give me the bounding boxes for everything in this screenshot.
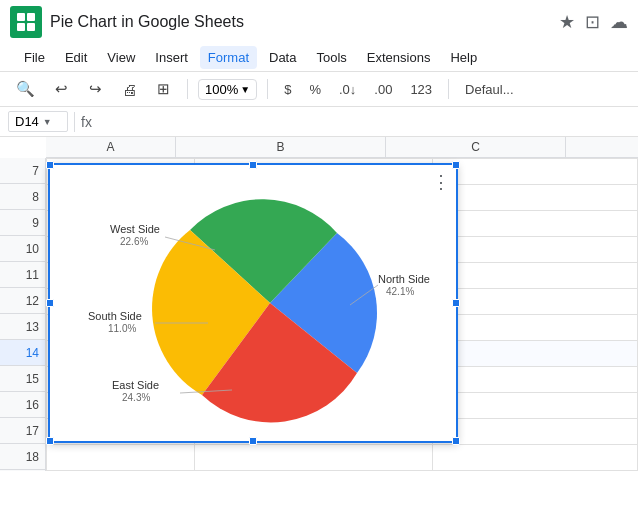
south-label: South Side — [88, 310, 142, 322]
menu-file[interactable]: File — [16, 46, 53, 69]
row-11[interactable]: 11 — [0, 262, 45, 288]
south-pct: 11.0% — [108, 323, 136, 334]
row-18[interactable]: 18 — [0, 444, 45, 470]
toolbar: 🔍 ↩ ↪ 🖨 ⊞ 100% ▼ $ % .0↓ .00 123 Defaul.… — [0, 71, 638, 107]
cell-c13[interactable] — [433, 315, 638, 341]
row-16[interactable]: 16 — [0, 392, 45, 418]
menu-bar: File Edit View Insert Format Data Tools … — [0, 44, 638, 71]
cell-c16[interactable] — [433, 393, 638, 419]
column-headers: A B C — [46, 137, 638, 158]
zoom-level: 100% — [205, 82, 238, 97]
cell-a18[interactable] — [47, 445, 195, 471]
table-row — [47, 445, 638, 471]
row-17[interactable]: 17 — [0, 418, 45, 444]
row-13[interactable]: 13 — [0, 314, 45, 340]
cell-c12[interactable] — [433, 289, 638, 315]
cell-c10[interactable] — [433, 237, 638, 263]
print-btn[interactable]: 🖨 — [115, 77, 143, 102]
app-icon — [10, 6, 42, 38]
row-headers: 7 8 9 10 11 12 13 14 15 16 17 18 — [0, 158, 46, 471]
resize-handle-bl[interactable] — [46, 437, 54, 445]
toolbar-separator-2 — [267, 79, 268, 99]
menu-insert[interactable]: Insert — [147, 46, 196, 69]
menu-format[interactable]: Format — [200, 46, 257, 69]
cell-c17[interactable] — [433, 419, 638, 445]
paint-format-btn[interactable]: ⊞ — [149, 76, 177, 102]
row-15[interactable]: 15 — [0, 366, 45, 392]
redo-btn[interactable]: ↪ — [81, 76, 109, 102]
menu-help[interactable]: Help — [442, 46, 485, 69]
zoom-dropdown-icon[interactable]: ▼ — [240, 84, 250, 95]
resize-handle-tl[interactable] — [46, 161, 54, 169]
title-action-icons[interactable]: ★ ⊡ ☁ — [559, 11, 628, 33]
document-title: Pie Chart in Google Sheets — [50, 13, 551, 31]
cell-c14[interactable] — [433, 341, 638, 367]
cell-c11[interactable] — [433, 263, 638, 289]
folder-icon[interactable]: ⊡ — [585, 11, 600, 33]
cell-ref-dropdown[interactable]: ▼ — [43, 117, 52, 127]
resize-handle-bc[interactable] — [249, 437, 257, 445]
title-bar: Pie Chart in Google Sheets ★ ⊡ ☁ — [0, 0, 638, 44]
undo-btn[interactable]: ↩ — [47, 76, 75, 102]
north-label: North Side — [378, 273, 430, 285]
resize-handle-br[interactable] — [452, 437, 460, 445]
row-8[interactable]: 8 — [0, 184, 45, 210]
cloud-icon[interactable]: ☁ — [610, 11, 628, 33]
row-12[interactable]: 12 — [0, 288, 45, 314]
cell-ref-value: D14 — [15, 114, 39, 129]
resize-handle-tc[interactable] — [249, 161, 257, 169]
west-pct: 22.6% — [120, 236, 148, 247]
cell-c8[interactable] — [433, 185, 638, 211]
menu-tools[interactable]: Tools — [308, 46, 354, 69]
col-header-c[interactable]: C — [386, 137, 566, 157]
number-format-btn[interactable]: 123 — [404, 79, 438, 100]
sheet-content: 7 8 9 10 11 12 13 14 15 16 17 18 — [0, 158, 638, 471]
resize-handle-mr[interactable] — [452, 299, 460, 307]
west-label: West Side — [110, 223, 160, 235]
col-header-b[interactable]: B — [176, 137, 386, 157]
menu-edit[interactable]: Edit — [57, 46, 95, 69]
fx-label: fx — [81, 114, 92, 130]
toolbar-separator-1 — [187, 79, 188, 99]
col-header-a[interactable]: A — [46, 137, 176, 157]
cells-area: ⋮ West Side — [46, 158, 638, 471]
cell-c7[interactable] — [433, 159, 638, 185]
currency-btn[interactable]: $ — [278, 79, 297, 100]
search-btn[interactable]: 🔍 — [10, 76, 41, 102]
font-family-btn[interactable]: Defaul... — [459, 79, 519, 100]
row-14[interactable]: 14 — [0, 340, 45, 366]
formula-bar: D14 ▼ fx — [0, 107, 638, 137]
cell-reference[interactable]: D14 ▼ — [8, 111, 68, 132]
cell-c18[interactable] — [433, 445, 638, 471]
resize-handle-ml[interactable] — [46, 299, 54, 307]
resize-handle-tr[interactable] — [452, 161, 460, 169]
chart-menu-button[interactable]: ⋮ — [432, 171, 450, 193]
menu-data[interactable]: Data — [261, 46, 304, 69]
increase-decimal-btn[interactable]: .00 — [368, 79, 398, 100]
cell-c15[interactable] — [433, 367, 638, 393]
cell-c9[interactable] — [433, 211, 638, 237]
menu-view[interactable]: View — [99, 46, 143, 69]
percent-btn[interactable]: % — [303, 79, 327, 100]
row-10[interactable]: 10 — [0, 236, 45, 262]
star-icon[interactable]: ★ — [559, 11, 575, 33]
chart-container[interactable]: ⋮ West Side — [48, 163, 458, 443]
east-label: East Side — [112, 379, 159, 391]
north-pct: 42.1% — [386, 286, 414, 297]
east-pct: 24.3% — [122, 392, 150, 403]
row-9[interactable]: 9 — [0, 210, 45, 236]
menu-extensions[interactable]: Extensions — [359, 46, 439, 69]
toolbar-separator-3 — [448, 79, 449, 99]
row-7[interactable]: 7 — [0, 158, 45, 184]
zoom-control[interactable]: 100% ▼ — [198, 79, 257, 100]
pie-chart: West Side 22.6% South Side 11.0% East Si… — [60, 175, 450, 430]
decrease-decimal-btn[interactable]: .0↓ — [333, 79, 362, 100]
formula-separator — [74, 112, 75, 132]
cell-b18[interactable] — [194, 445, 433, 471]
